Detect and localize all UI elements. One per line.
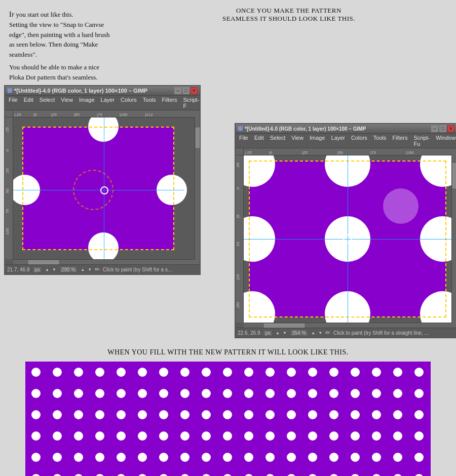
gimp-window-2: ⊞ *[Untitled]-6.0 (RGB color, 1 layer) 1… <box>235 123 456 338</box>
gimp-unit-spinup-2[interactable]: ▲ <box>276 331 280 335</box>
gimp-close-2[interactable]: ✕ <box>447 125 454 132</box>
svg-text:|0: |0 <box>269 150 273 155</box>
gimp-menu-select-1[interactable]: Select <box>37 96 58 109</box>
svg-text:0: 0 <box>5 149 10 151</box>
ruler-h-2: |-25 |0 |25 |50 |75 |100 <box>244 148 451 155</box>
gimp-menu-filters-2[interactable]: Filters <box>390 134 410 147</box>
gimp-menu-file-1[interactable]: File <box>6 96 20 109</box>
gimp-menu-windows-2[interactable]: Windows <box>433 134 456 147</box>
gimp-window-controls-2: ─ □ ✕ <box>431 125 454 132</box>
gimp-brush-icon-2: ✏ <box>325 329 330 336</box>
svg-text:0: 0 <box>236 187 240 189</box>
gimp-menu-tools-2[interactable]: Tools <box>371 134 389 147</box>
svg-text:|50: |50 <box>74 112 80 117</box>
gimp-menu-image-1[interactable]: Image <box>77 96 97 109</box>
top-section: If you start out like this. Setting the … <box>0 0 456 85</box>
svg-text:|100: |100 <box>120 112 128 117</box>
svg-text:|25: |25 <box>302 150 308 155</box>
gimp-close-1[interactable]: ✕ <box>191 87 198 94</box>
gimp-menu-edit-1[interactable]: Edit <box>21 96 36 109</box>
svg-text:10: 10 <box>236 242 240 246</box>
svg-rect-27 <box>25 362 431 476</box>
gimp-zoom-spinup-2[interactable]: ▲ <box>311 331 315 335</box>
gimp-statusbar-2: 22.6, 26.9 px ▲ ▼ 354 % ▲ ▼ ✏ Click to p… <box>236 328 456 337</box>
gimp-menu-layer-2[interactable]: Layer <box>329 134 348 147</box>
svg-text:|5: |5 <box>236 214 240 218</box>
gimp-unit-spinup-1[interactable]: ▲ <box>45 267 49 272</box>
svg-text:-25: -25 <box>5 127 10 133</box>
gimp-coords-2: 22.6, 26.9 <box>238 330 260 336</box>
left-text-p2: You should be able to make a nice Ploka … <box>9 62 110 82</box>
gimp-unit-label-1: px <box>32 266 42 273</box>
svg-text:75: 75 <box>5 209 10 213</box>
svg-text:50: 50 <box>5 188 10 193</box>
svg-text:25: 25 <box>5 168 10 173</box>
svg-text:|0: |0 <box>33 112 37 117</box>
left-text-p1: If you start out like this. Setting the … <box>9 9 110 59</box>
gimp-window-1: ⊞ *[Untitled]-4.0 (RGB color, 1 layer) 1… <box>4 85 201 275</box>
gimp-menubar-1: File Edit Select View Image Layer Colors… <box>5 96 200 110</box>
ruler-v-1: -25 0 25 50 75 100 <box>5 117 13 259</box>
polka-dot-svg <box>25 362 431 476</box>
gimp-menu-scriptf-1[interactable]: Script-F <box>180 96 202 109</box>
gimp-unit-spindown-1[interactable]: ▼ <box>52 267 56 272</box>
gimp-titlebar-2: ⊞ *[Untitled]-6.0 (RGB color, 1 layer) 1… <box>236 124 456 134</box>
svg-text:100: 100 <box>5 228 10 235</box>
gimp-minimize-1[interactable]: ─ <box>174 87 181 94</box>
gimp-unit-spindown-2[interactable]: ▼ <box>283 331 287 335</box>
gimp-title-2: *[Untitled]-6.0 (RGB color, 1 layer) 100… <box>245 126 366 132</box>
svg-text:|100: |100 <box>406 150 414 155</box>
gimp-menu-layer-1[interactable]: Layer <box>98 96 118 109</box>
gimp-menu-edit-2[interactable]: Edit <box>252 134 267 147</box>
svg-text:|-25: |-25 <box>245 150 252 155</box>
svg-text:-25: -25 <box>236 163 240 169</box>
gimp-status-msg-1: Click to paint (try Shift for a s... <box>103 267 198 272</box>
gimp-title-1: *[Untitled]-4.0 (RGB color, 1 layer) 100… <box>14 88 147 94</box>
first-word: If <box>9 11 14 18</box>
gimp-maximize-1[interactable]: □ <box>182 87 189 94</box>
svg-text:|-25: |-25 <box>14 112 21 117</box>
right-desc-line1: Once you make the pattern <box>236 7 341 14</box>
gimp-menu-colors-1[interactable]: Colors <box>118 96 139 109</box>
ruler-h-1: |-25 |0 |25 |50 |75 |100 |112 <box>13 110 195 117</box>
bottom-description: When you fill with the new pattern it wi… <box>0 338 456 362</box>
gimp-titlebar-1: ⊞ *[Untitled]-4.0 (RGB color, 1 layer) 1… <box>5 86 200 96</box>
gimp-zoom-spindown-2[interactable]: ▼ <box>318 331 322 335</box>
gimp-menu-view-2[interactable]: View <box>289 134 306 147</box>
gimp-statusbar-1: 21.7, 46.8 px ▲ ▼ 290 % ▲ ▼ ✏ Click to p… <box>5 264 200 274</box>
svg-text:|75: |75 <box>370 150 376 155</box>
gimp-unit-label-2: px <box>263 330 273 336</box>
gimp-status-msg-2: Click to paint (try Shift for a straight… <box>333 330 454 336</box>
gimp-zoom-spindown-1[interactable]: ▼ <box>88 267 92 272</box>
svg-text:|50: |50 <box>236 302 240 308</box>
right-description: Once you make the pattern seamless it sh… <box>222 7 355 23</box>
svg-text:|15: |15 <box>236 274 240 280</box>
gimp-zoom-2: 354 % <box>290 330 308 336</box>
page: If you start out like this. Setting the … <box>0 0 456 476</box>
svg-text:|50: |50 <box>337 150 344 155</box>
gimp-minimize-2[interactable]: ─ <box>431 125 438 132</box>
svg-text:|75: |75 <box>97 112 103 117</box>
gimp-menu-select-2[interactable]: Select <box>268 134 288 147</box>
right-desc-line2: seamless it should look like this. <box>222 15 355 22</box>
gimp-menubar-2: File Edit Select View Image Layer Colors… <box>236 134 456 148</box>
gimp-window-controls-1: ─ □ ✕ <box>174 87 198 94</box>
gimp-menu-tools-1[interactable]: Tools <box>140 96 159 109</box>
ruler-v-2: -25 0 |5 10 |15 |50 <box>236 155 244 323</box>
gimp-maximize-2[interactable]: □ <box>439 125 446 132</box>
left-text-block: If you start out like this. Setting the … <box>4 4 116 85</box>
svg-text:|25: |25 <box>51 112 57 117</box>
gimp-zoom-1: 290 % <box>59 266 78 273</box>
gimp-menu-view-1[interactable]: View <box>58 96 75 109</box>
gimp-menu-colors-2[interactable]: Colors <box>349 134 370 147</box>
windows-section: ⊞ *[Untitled]-4.0 (RGB color, 1 layer) 1… <box>4 85 452 338</box>
gimp-menu-scriptfu-2[interactable]: Script-Fu <box>411 134 432 147</box>
gimp-menu-filters-1[interactable]: Filters <box>160 96 180 109</box>
gimp-coords-1: 21.7, 46.8 <box>7 267 29 272</box>
svg-text:|112: |112 <box>145 112 153 117</box>
polka-dot-pattern-image <box>25 362 431 476</box>
gimp-zoom-spinup-1[interactable]: ▲ <box>81 267 85 272</box>
gimp-menu-image-2[interactable]: Image <box>307 134 328 147</box>
bottom-desc-text: When you fill with the new pattern it wi… <box>107 348 349 356</box>
gimp-menu-file-2[interactable]: File <box>237 134 251 147</box>
